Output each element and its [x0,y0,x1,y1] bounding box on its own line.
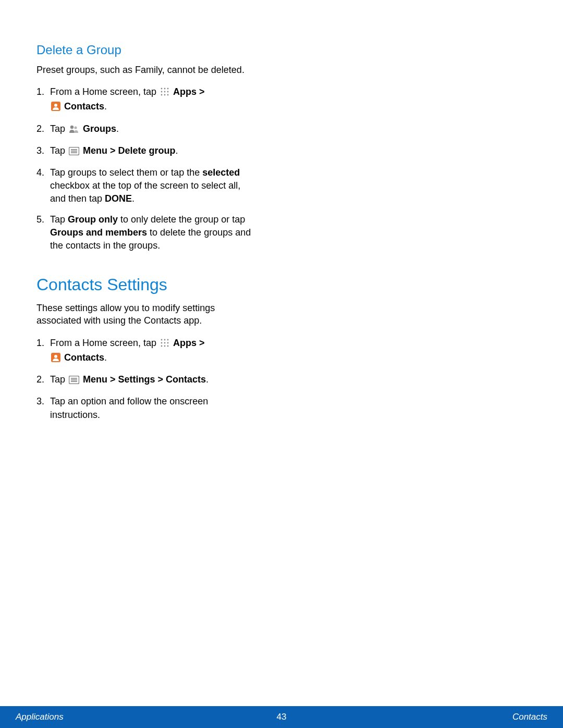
menu-icon [69,146,79,159]
step-text: Tap an option and follow the onscreen in… [50,396,208,419]
step-text: Tap [50,145,68,156]
page-content: Delete a Group Preset groups, such as Fa… [0,0,292,422]
contacts-icon [51,102,60,115]
steps-delete-a-group: From a Home screen, tap Apps > Contacts.… [36,85,255,252]
step-item: Tap Menu > Delete group. [36,144,255,159]
step-text: Tap [50,374,68,385]
step-bold: Group only [68,214,118,225]
step-text: From a Home screen, tap [50,87,159,97]
step-bold: Groups [83,124,116,134]
step-bold: Menu > Settings > Contacts [83,374,206,385]
step-text: From a Home screen, tap [50,338,159,348]
step-bold: selected [202,167,240,178]
apps-icon [160,87,169,100]
step-text: Tap [50,214,68,225]
step-bold: Apps > [173,338,205,348]
page-footer: Applications 43 Contacts [0,706,563,728]
step-item: Tap Groups. [36,122,255,137]
footer-right: Contacts [512,712,547,722]
footer-page-number: 43 [277,712,287,722]
step-bold: Contacts [64,101,104,112]
step-item: From a Home screen, tap Apps > Contacts. [36,85,255,115]
footer-left: Applications [16,712,64,722]
step-item: Tap Group only to only delete the group … [36,213,255,253]
step-text: to only delete the group or tap [118,214,245,225]
contacts-icon [51,353,60,366]
step-item: Tap an option and follow the onscreen in… [36,395,255,421]
step-item: From a Home screen, tap Apps > Contacts. [36,337,255,366]
intro-contacts-settings: These settings allow you to modify setti… [36,302,255,327]
step-item: Tap Menu > Settings > Contacts. [36,373,255,388]
apps-icon [160,338,169,351]
step-bold: Apps > [173,87,205,97]
step-text: Tap [50,124,68,134]
steps-contacts-settings: From a Home screen, tap Apps > Contacts.… [36,337,255,422]
intro-delete-a-group: Preset groups, such as Family, cannot be… [36,64,255,76]
menu-icon [69,375,79,388]
step-bold: Contacts [64,352,104,363]
groups-icon [69,124,79,137]
step-bold: Menu > Delete group [83,145,176,156]
step-text: checkbox at the top of the screen to sel… [50,180,240,204]
step-item: Tap groups to select them or tap the sel… [36,166,255,206]
heading-delete-a-group: Delete a Group [36,43,255,57]
heading-contacts-settings: Contacts Settings [36,275,255,294]
step-bold: DONE [105,193,132,204]
step-text: Tap groups to select them or tap the [50,167,202,178]
step-bold: Groups and members [50,227,147,238]
